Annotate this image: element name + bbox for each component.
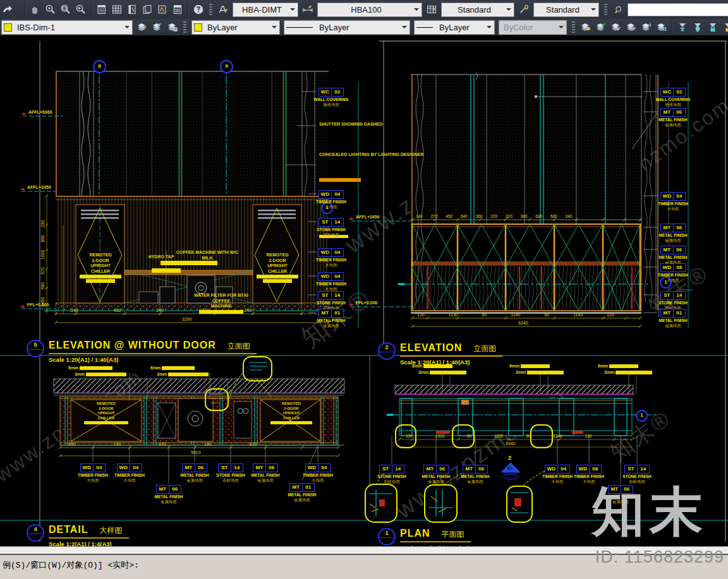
dropdown-caret-icon (290, 8, 295, 13)
mleader-style-value: Standard (536, 5, 590, 15)
mleader-style-icon[interactable] (516, 2, 531, 17)
layer-palette-icon[interactable] (109, 2, 124, 17)
marker-label: EL (507, 466, 513, 470)
toolbar-layers-properties: IBS-Dim-1 ByLayer ByLayer ByLayer ByColo… (0, 19, 728, 36)
level-triangle-icon (20, 302, 25, 307)
pan-hand-icon[interactable] (28, 2, 43, 17)
view-title-elevation: 2 ELEVATION立面图 Scale 1:20(A1) / 1:40(A3) (378, 342, 502, 366)
material-tag: ST14STONE FINISH石材饰面 (651, 291, 695, 311)
sheet-set-icon[interactable] (140, 2, 155, 17)
tool-palettes-icon[interactable] (124, 2, 140, 17)
dim-style-icon[interactable] (300, 2, 315, 17)
freeze-layer-icon[interactable] (675, 20, 690, 35)
label-chiller: REMOTED2-DOORUPRIGHTCHILLER (76, 402, 136, 424)
view-title-elevation-without-door: 5 ELEVATION @ WITHOUT DOOR立面图 Scale 1:20… (27, 340, 257, 363)
redo-caret-icon[interactable] (16, 8, 21, 13)
material-tag: WC02WALL COVERING墙体饰面 (309, 88, 353, 107)
note-concealed-lighting: CONCEALED LIGHTING BY LIGHTING DESIGNER (319, 152, 423, 158)
label-chiller: REMOTED2-DOORUPRIGHTCHILLER (262, 402, 320, 424)
separator (672, 20, 672, 34)
title-text: ELEVATION (400, 342, 462, 354)
material-tag: MT06METAL FINISH金属饰面 (598, 485, 643, 504)
leader-note: 6mm3mm (598, 363, 652, 376)
title-cn: 大样图 (100, 525, 123, 536)
dropdown-caret-icon (559, 26, 564, 31)
layer-change-icon[interactable] (609, 20, 624, 35)
layer-on-icon[interactable] (593, 20, 609, 35)
redo-icon[interactable] (0, 2, 15, 17)
text-style-icon[interactable] (215, 2, 231, 17)
layer-copy-icon[interactable] (639, 20, 654, 35)
linetype-select[interactable]: ByLayer (284, 20, 410, 35)
layer-lightbulb-icon[interactable] (690, 20, 705, 35)
material-tag: WD04TIMBER FINISH木饰面 (107, 463, 152, 483)
leader-note: 6mm3mm (68, 365, 126, 378)
leader-note: 6mm3mm (509, 363, 564, 376)
make-layer-current-icon[interactable] (135, 20, 150, 35)
title-bubble: 1 (378, 528, 396, 546)
label-water-filter: WATER FILTER FOR BT/GCOFFEEMACHINE (188, 293, 254, 314)
text-style-select[interactable]: HBA-DIMT (233, 3, 298, 17)
material-tag: ST14STONE FINISH石材饰面 (615, 465, 659, 484)
help-icon[interactable] (191, 2, 206, 17)
color-select[interactable]: ByLayer (191, 20, 280, 35)
label-chiller: REMOTED2-DOORUPRIGHTCHILLER (254, 253, 301, 283)
lineweight-value: ByLayer (437, 23, 485, 32)
search-input[interactable] (628, 3, 728, 16)
mleader-style-select[interactable]: Standard (533, 3, 599, 17)
material-tag: WD08TIMBER FINISH木饰面 (651, 263, 695, 283)
quickcalc-icon[interactable] (170, 2, 185, 17)
grid-bubble: 8 (93, 60, 106, 73)
material-tag: MT06METAL FINISH金属饰面 (453, 465, 497, 484)
title-cn: 立面图 (473, 343, 496, 354)
properties-palette-icon[interactable] (94, 2, 109, 17)
dim-style-value: HBA100 (320, 5, 413, 15)
zoom-previous-icon[interactable] (73, 2, 88, 17)
toolbar-grip[interactable] (209, 4, 212, 15)
dim-style-select[interactable]: HBA100 (317, 3, 422, 17)
lock-layer-icon[interactable] (705, 20, 720, 35)
drawing-canvas[interactable]: www.znzmo.com www.znzmo.com www.znzmo.co… (0, 35, 728, 546)
material-tag: MT06METAL FINISH金属饰面 (651, 246, 695, 265)
note-shutter: SHUTTER SHOWNIN DASHED (319, 121, 382, 128)
markup-set-icon[interactable] (155, 2, 170, 17)
title-cn: 平面图 (442, 529, 464, 540)
toolbar-grip[interactable] (183, 21, 186, 33)
watermark-id: ID: 1156823299 (595, 547, 724, 567)
separator (91, 3, 92, 16)
attach-annotation-icon[interactable] (610, 2, 626, 17)
title-bubble: 5 (27, 340, 44, 357)
toolbar-grip[interactable] (604, 4, 607, 15)
leader-note: 6mm3mm (150, 365, 209, 378)
lineweight-select[interactable]: ByLayer (414, 20, 495, 35)
material-tag: WD04TIMBER FINISH木饰面 (309, 272, 353, 292)
label-chiller: REMOTED2-DOORUPRIGHTCHILLER (77, 253, 124, 283)
table-style-icon[interactable] (424, 2, 439, 17)
zoom-realtime-icon[interactable] (43, 2, 58, 17)
command-bar: 例(S)/窗口(W)/对象(O)] <实时>: ID: 1156823299 (0, 546, 728, 579)
material-tag: ST14STONE FINISH石材饰面 (370, 465, 414, 484)
layer-select[interactable]: IBS-Dim-1 (1, 20, 133, 35)
dropdown-caret-icon (124, 26, 130, 31)
dropdown-caret-icon (591, 8, 596, 13)
layer-isolate-icon[interactable] (578, 20, 593, 35)
toolbar-grip[interactable] (572, 21, 575, 33)
layer-match-icon[interactable] (624, 20, 639, 35)
zoom-window-icon[interactable] (58, 2, 73, 17)
dim-column: 2450 980 570 1000 860 230 (40, 220, 45, 307)
title-scale: Scale 1:2(A1) / 1:4(A3) (49, 540, 129, 546)
toolbar-standard: HBA-DIMT HBA100 Standard Standard (0, 0, 728, 20)
layer-states-icon[interactable] (165, 20, 180, 35)
table-style-select[interactable]: Standard (441, 3, 514, 17)
layer-previous-icon[interactable] (150, 20, 165, 35)
highlight-bar (319, 178, 361, 182)
material-tag: WD04TIMBER FINISH木饰面 (651, 192, 695, 212)
material-tag: ST14STONE FINISH石材饰面 (309, 218, 353, 237)
marker-number: 2 (508, 455, 511, 461)
unlock-layer-icon[interactable] (720, 20, 728, 35)
text-style-value: HBA-DIMT (235, 5, 289, 15)
layer-pause-icon[interactable] (654, 20, 669, 35)
level-text: FFL+0.000 (356, 301, 377, 305)
dim-row: 120 1130 50 1140 50 1140 120 (417, 313, 614, 317)
color-swatch (194, 23, 202, 32)
